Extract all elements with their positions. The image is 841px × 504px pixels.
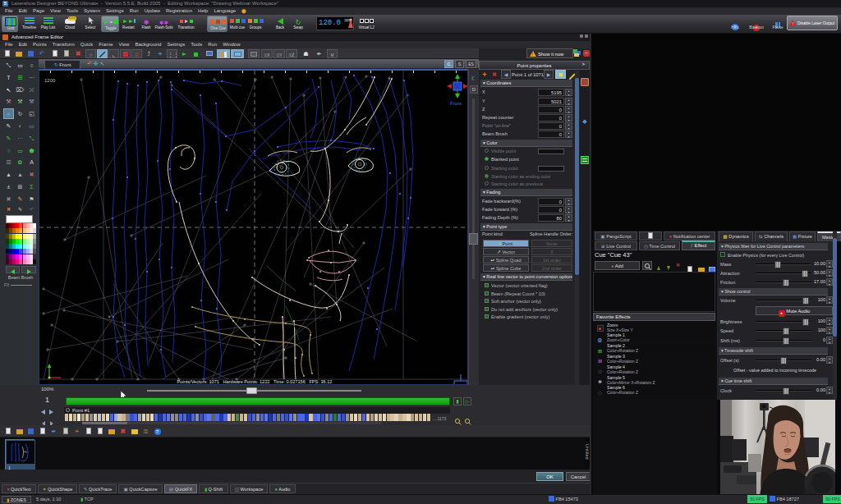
- svg-text:1200: 1200: [44, 78, 56, 83]
- svg-text:Points/Vectors: 1071 Hardwar: Points/Vectors: 1071 Hardware Points: 12…: [177, 379, 333, 384]
- svg-text:Front: Front: [450, 101, 462, 106]
